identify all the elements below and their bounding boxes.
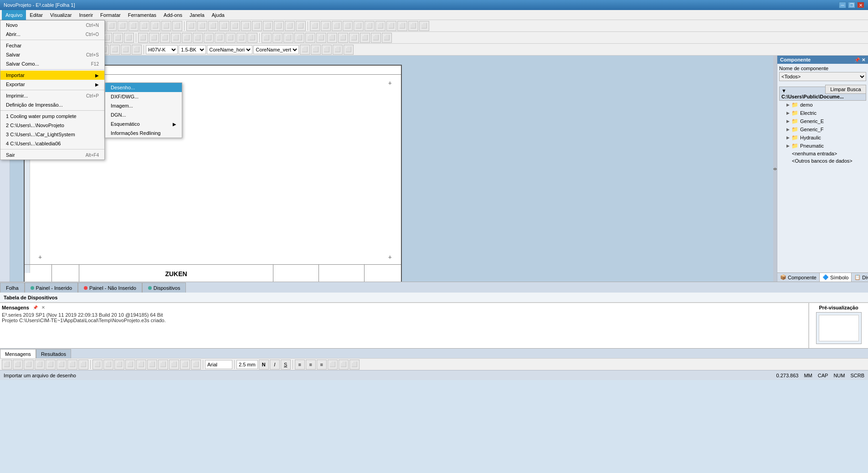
tb2-b33[interactable]: ⬜ — [371, 33, 381, 43]
dd-recent-4[interactable]: 4 C:\Users\...\cabledia06 — [0, 139, 104, 148]
dd-exportar[interactable]: Exportar ▶ — [0, 80, 104, 89]
tab-painel-inserido[interactable]: Painel - Inserido — [25, 283, 78, 293]
tb1-b20[interactable]: ⬜ — [285, 21, 295, 31]
btb-10[interactable]: ⬜ — [103, 360, 113, 370]
tb2-b20[interactable]: ⬜ — [226, 33, 236, 43]
dd-salvar[interactable]: Salvar Ctrl+S — [0, 50, 104, 59]
tb3-b6[interactable]: ⬜ — [110, 45, 120, 55]
dd-novo[interactable]: Novo Ctrl+N — [0, 21, 104, 30]
btb-21[interactable]: ⬜ — [349, 360, 360, 370]
tree-item-demo[interactable]: ▶ 📁 demo — [779, 101, 866, 109]
menu-ajuda[interactable]: Ajuda — [208, 10, 228, 20]
btb-4[interactable]: ⬜ — [35, 360, 45, 370]
msg-tab-mensagens[interactable]: Mensagens — [0, 349, 36, 358]
btb-13[interactable]: ⬜ — [136, 360, 146, 370]
tb1-b6[interactable]: ⬜ — [128, 21, 139, 31]
tb1-b9[interactable]: ⬜ — [161, 21, 171, 31]
dd-recent-1[interactable]: 1 Cooling water pump complete — [0, 112, 104, 121]
tb2-b18[interactable]: ⬜ — [204, 33, 214, 43]
wire-type-select[interactable]: H07V-K — [146, 45, 178, 54]
btb-5[interactable]: ⬜ — [46, 360, 56, 370]
menu-formatar[interactable]: Formatar — [97, 10, 124, 20]
btb-6[interactable]: ⬜ — [56, 360, 67, 370]
minimize-button[interactable]: ─ — [839, 2, 846, 8]
tb1-b11[interactable]: ⬜ — [186, 21, 196, 31]
tb2-b15[interactable]: ⬜ — [171, 33, 181, 43]
tree-item-electric[interactable]: ▶ 📁 Electric — [779, 109, 866, 117]
tb1-b14[interactable]: ⬜ — [219, 21, 229, 31]
tab-folha[interactable]: Folha — [0, 283, 25, 293]
dd-salvar-como[interactable]: Salvar Como... F12 — [0, 59, 104, 68]
tb2-b16[interactable]: ⬜ — [182, 33, 192, 43]
dd-recent-2[interactable]: 2 C:\Users\...\NovoProjeto — [0, 121, 104, 130]
tree-item-pneumatic[interactable]: ▶ 📁 Pneumatic — [779, 142, 866, 150]
tb1-b5[interactable]: ⬜ — [118, 21, 128, 31]
btb-align-l[interactable]: ≡ — [295, 360, 305, 370]
restore-button[interactable]: ❒ — [848, 2, 855, 8]
component-filter-select[interactable]: <Todos> — [779, 72, 866, 81]
tb2-b23[interactable]: ⬜ — [262, 33, 272, 43]
panel-resize-handle[interactable]: ◀▶ — [773, 56, 777, 282]
dd-recent-3[interactable]: 3 C:\Users\...\Car_LightSystem — [0, 130, 104, 139]
btb-14[interactable]: ⬜ — [147, 360, 157, 370]
tb1-b7[interactable]: ⬜ — [139, 21, 149, 31]
tb1-b30[interactable]: ⬜ — [397, 21, 407, 31]
tb1-b13[interactable]: ⬜ — [208, 21, 218, 31]
tb2-b13[interactable]: ⬜ — [149, 33, 159, 43]
tb1-b15[interactable]: ⬜ — [230, 21, 240, 31]
tree-item-generic-f[interactable]: ▶ 📁 Generic_F — [779, 125, 866, 134]
tb1-b10[interactable]: ⬜ — [172, 21, 182, 31]
dd-fechar[interactable]: Fechar — [0, 41, 104, 50]
menu-editar[interactable]: Editar — [26, 10, 46, 20]
tb1-b16[interactable]: ⬜ — [241, 21, 251, 31]
rp-tab-diversos[interactable]: 📋 Diversos — [852, 273, 868, 282]
tb2-b12[interactable]: ⬜ — [138, 33, 148, 43]
tb1-b25[interactable]: ⬜ — [343, 21, 353, 31]
rp-tab-componente[interactable]: 📦 Componente — [777, 273, 820, 282]
menu-arquivo[interactable]: Arquivo — [2, 10, 26, 20]
btb-align-r[interactable]: ≡ — [317, 360, 327, 370]
tb2-b34[interactable]: ⬜ — [382, 33, 392, 43]
btb-16[interactable]: ⬜ — [169, 360, 179, 370]
tb2-b17[interactable]: ⬜ — [193, 33, 203, 43]
tree-item-generic-e[interactable]: ▶ 📁 Generic_E — [779, 117, 866, 125]
corename-vert-select[interactable]: CoreName_vert — [253, 45, 299, 54]
btb-s[interactable]: S — [281, 360, 291, 370]
rp-close-icon[interactable]: ✕ — [862, 57, 865, 62]
tb3-b13[interactable]: ⬜ — [344, 45, 354, 55]
tb2-b19[interactable]: ⬜ — [215, 33, 225, 43]
submenu-desenho[interactable]: Desenho... — [105, 83, 182, 92]
btb-n[interactable]: N — [259, 360, 269, 370]
messages-close[interactable]: ✕ — [41, 305, 45, 310]
menu-janela[interactable]: Janela — [186, 10, 208, 20]
corename-hori-select[interactable]: CoreName_hori — [207, 45, 252, 54]
btb-7[interactable]: ⬜ — [67, 360, 77, 370]
submenu-esquematico[interactable]: Esquemático ▶ — [105, 119, 182, 129]
tree-item-nenhuma[interactable]: <nenhuma entrada> — [779, 150, 866, 157]
menu-inserir[interactable]: Inserir — [76, 10, 97, 20]
btb-18[interactable]: ⬜ — [191, 360, 201, 370]
tree-item-hydraulic[interactable]: ▶ 📁 Hydraulic — [779, 134, 866, 142]
tb3-b12[interactable]: ⬜ — [333, 45, 343, 55]
tb2-b31[interactable]: ⬜ — [349, 33, 359, 43]
btb-12[interactable]: ⬜ — [125, 360, 135, 370]
submenu-dgn[interactable]: DGN... — [105, 110, 182, 119]
tb1-b19[interactable]: ⬜ — [274, 21, 284, 31]
btb-19[interactable]: ⬜ — [328, 360, 338, 370]
tree-item-outros[interactable]: <Outros bancos de dados> — [779, 157, 866, 165]
tb2-b28[interactable]: ⬜ — [316, 33, 326, 43]
tb2-b21[interactable]: ⬜ — [236, 33, 247, 43]
btb-i[interactable]: I — [270, 360, 280, 370]
tb1-b27[interactable]: ⬜ — [365, 21, 375, 31]
tb2-b27[interactable]: ⬜ — [305, 33, 315, 43]
tb2-b22[interactable]: ⬜ — [247, 33, 257, 43]
menu-addons[interactable]: Add-ons — [160, 10, 186, 20]
btb-9[interactable]: ⬜ — [92, 360, 103, 370]
btb-17[interactable]: ⬜ — [180, 360, 190, 370]
tb1-b23[interactable]: ⬜ — [321, 21, 331, 31]
menu-visualizar[interactable]: Visualizar — [46, 10, 76, 20]
tb1-b24[interactable]: ⬜ — [332, 21, 342, 31]
btb-3[interactable]: ⬜ — [24, 360, 34, 370]
dd-abrir[interactable]: Abrir... Ctrl+O — [0, 30, 104, 39]
rp-pin-icon[interactable]: 📌 — [854, 57, 860, 62]
